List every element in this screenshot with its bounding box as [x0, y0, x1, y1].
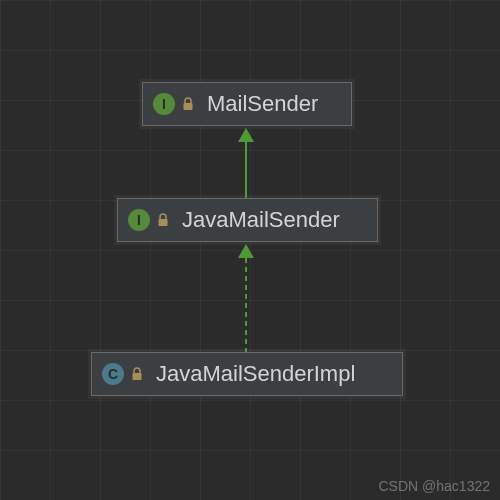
arrow-extends: [245, 142, 247, 198]
svg-rect-1: [159, 219, 168, 226]
arrowhead-extends: [238, 128, 254, 142]
svg-rect-2: [133, 373, 142, 380]
node-java-mail-sender-impl[interactable]: JavaMailSenderImpl: [91, 352, 403, 396]
node-label: JavaMailSender: [182, 207, 340, 233]
arrowhead-implements: [238, 244, 254, 258]
arrow-implements: [245, 258, 247, 352]
node-java-mail-sender[interactable]: JavaMailSender: [117, 198, 378, 242]
lock-icon: [130, 366, 144, 382]
lock-icon: [156, 212, 170, 228]
node-label: JavaMailSenderImpl: [156, 361, 355, 387]
svg-rect-0: [184, 103, 193, 110]
interface-icon: [153, 93, 175, 115]
watermark: CSDN @hac1322: [379, 478, 491, 494]
class-icon: [102, 363, 124, 385]
node-label: MailSender: [207, 91, 318, 117]
interface-icon: [128, 209, 150, 231]
node-mail-sender[interactable]: MailSender: [142, 82, 352, 126]
lock-icon: [181, 96, 195, 112]
